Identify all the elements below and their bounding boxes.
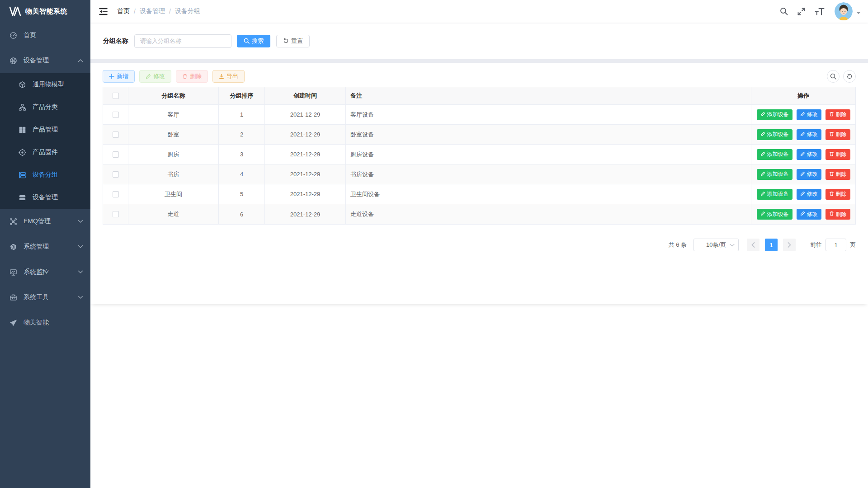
created-time-cell: 2021-12-29 [265, 164, 346, 184]
device-group-icon [18, 171, 26, 179]
edit-pen-icon [760, 112, 765, 118]
sidebar-item-label: 物美智能 [24, 319, 49, 327]
row-edit-button[interactable]: 修改 [797, 209, 821, 220]
sidebar-item-system-mgmt[interactable]: 系统管理 [0, 234, 90, 259]
header-remark: 备注 [346, 87, 751, 105]
group-name-cell: 卫生间 [128, 184, 219, 204]
row-actions-cell: 添加设备修改删除 [751, 145, 855, 164]
sidebar-item-label: 设备管理 [24, 56, 49, 65]
row-checkbox[interactable] [113, 211, 119, 217]
breadcrumb-current: 设备分组 [175, 7, 200, 15]
page-number-1[interactable]: 1 [765, 239, 778, 251]
row-select-cell [103, 184, 128, 204]
add-device-button[interactable]: 添加设备 [757, 209, 793, 220]
sidebar-item-device-group[interactable]: 设备分组 [0, 164, 90, 186]
breadcrumb-separator: / [134, 8, 136, 15]
sidebar-item-thing-model[interactable]: 通用物模型 [0, 73, 90, 96]
select-all-checkbox[interactable] [113, 93, 119, 99]
row-delete-button[interactable]: 删除 [826, 169, 850, 180]
add-device-button[interactable]: 添加设备 [757, 169, 793, 180]
sidebar-item-label: 设备管理 [33, 193, 58, 202]
add-device-button[interactable]: 添加设备 [757, 129, 793, 140]
row-checkbox[interactable] [113, 112, 119, 118]
row-checkbox[interactable] [113, 151, 119, 158]
remark-cell: 厨房设备 [346, 145, 751, 164]
user-menu[interactable] [835, 2, 861, 20]
add-button[interactable]: 新增 [103, 70, 135, 83]
add-device-button[interactable]: 添加设备 [757, 149, 793, 160]
reset-button[interactable]: 重置 [276, 35, 310, 47]
search-icon[interactable] [779, 6, 789, 16]
navbar-actions [779, 2, 861, 20]
export-button[interactable]: 导出 [212, 70, 245, 83]
toggle-search-icon[interactable] [827, 70, 840, 83]
search-button[interactable]: 搜索 [237, 35, 270, 47]
edit-pen-icon [800, 171, 805, 178]
row-delete-button[interactable]: 删除 [826, 109, 850, 120]
row-edit-button[interactable]: 修改 [797, 169, 821, 180]
sidebar-item-home[interactable]: 首页 [0, 23, 90, 48]
group-order-cell: 1 [219, 105, 265, 125]
fullscreen-icon[interactable] [796, 6, 807, 17]
caret-down-icon [856, 12, 861, 16]
row-checkbox[interactable] [113, 131, 119, 138]
pagination-total: 共 6 条 [669, 241, 687, 249]
row-edit-button[interactable]: 修改 [797, 109, 821, 120]
search-icon [244, 38, 250, 44]
remark-cell: 走道设备 [346, 204, 751, 224]
goto-page-input[interactable] [826, 239, 846, 251]
row-edit-button[interactable]: 修改 [797, 129, 821, 140]
sidebar-item-system-tools[interactable]: 系统工具 [0, 285, 90, 310]
sidebar-item-product-firmware[interactable]: 产品固件 [0, 141, 90, 164]
add-device-button[interactable]: 添加设备 [757, 109, 793, 120]
export-button-label: 导出 [226, 72, 238, 80]
header-select-all [103, 87, 128, 105]
row-delete-button[interactable]: 删除 [826, 189, 850, 200]
goto-label: 前往 [810, 241, 822, 249]
refresh-icon[interactable] [843, 70, 856, 83]
refresh-icon [283, 38, 289, 44]
sidebar-item-wumei-smart[interactable]: 物美智能 [0, 310, 90, 335]
sidebar-item-system-monitor[interactable]: 系统监控 [0, 259, 90, 285]
page-size-select[interactable]: 10条/页 [693, 239, 739, 251]
breadcrumb-device-mgmt: 设备管理 [140, 7, 165, 15]
row-edit-button[interactable]: 修改 [797, 189, 821, 200]
row-delete-button[interactable]: 删除 [826, 129, 850, 140]
sidebar: 物美智能系统 首页设备管理通用物模型产品分类产品管理产品固件设备分组设备管理EM… [0, 0, 90, 488]
row-edit-button[interactable]: 修改 [797, 149, 821, 160]
next-page-button[interactable] [783, 239, 796, 251]
prev-page-button[interactable] [747, 239, 760, 251]
sidebar-item-product-mgmt[interactable]: 产品管理 [0, 118, 90, 141]
font-size-icon[interactable] [814, 6, 826, 17]
app-logo[interactable]: 物美智能系统 [0, 0, 90, 23]
add-device-button[interactable]: 添加设备 [757, 189, 793, 200]
sidebar-item-product-category[interactable]: 产品分类 [0, 96, 90, 118]
sidebar-item-device-list[interactable]: 设备管理 [0, 186, 90, 209]
remark-cell: 客厅设备 [346, 105, 751, 125]
edit-button[interactable]: 修改 [139, 70, 171, 83]
created-time-cell: 2021-12-29 [265, 105, 346, 125]
sidebar-item-device-mgmt[interactable]: 设备管理 [0, 48, 90, 73]
group-name-input[interactable] [134, 34, 231, 48]
firmware-icon [18, 148, 26, 156]
edit-pen-icon [760, 171, 765, 178]
table-row: 走道62021-12-29走道设备添加设备修改删除 [103, 204, 855, 224]
row-delete-button[interactable]: 删除 [826, 209, 850, 220]
device-mgmt-submenu: 通用物模型产品分类产品管理产品固件设备分组设备管理 [0, 73, 90, 209]
edit-pen-icon [800, 151, 805, 158]
row-checkbox[interactable] [113, 191, 119, 197]
avatar[interactable] [835, 2, 853, 20]
page-unit-label: 页 [850, 241, 856, 249]
section-divider [90, 59, 868, 63]
row-delete-button[interactable]: 删除 [826, 149, 850, 160]
delete-button[interactable]: 删除 [176, 70, 208, 83]
table-header-row: 分组名称 分组排序 创建时间 备注 操作 [103, 87, 855, 105]
fold-sidebar-icon[interactable] [97, 6, 109, 17]
row-select-cell [103, 204, 128, 224]
row-actions-cell: 添加设备修改删除 [751, 125, 855, 145]
row-select-cell [103, 164, 128, 184]
reset-button-label: 重置 [291, 37, 303, 45]
breadcrumb-home[interactable]: 首页 [117, 7, 130, 15]
sidebar-item-emq-mgmt[interactable]: EMQ管理 [0, 209, 90, 234]
row-checkbox[interactable] [113, 171, 119, 178]
